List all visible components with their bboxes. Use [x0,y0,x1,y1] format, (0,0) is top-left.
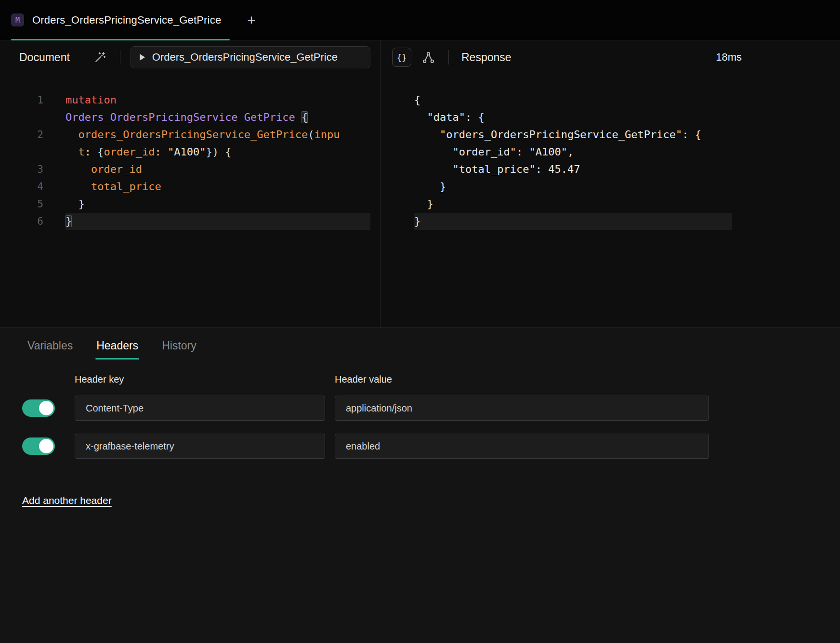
code-line[interactable]: 4 total_price [0,178,380,195]
code-line-content[interactable]: total_price [66,178,370,195]
code-token: orders_OrdersPricingService_GetPrice [79,129,308,141]
main-split: Document Orders_OrdersPricingService_Get… [0,40,840,327]
line-number: 4 [0,178,43,195]
add-header-link[interactable]: Add another header [22,495,112,506]
prettify-wand-icon[interactable] [93,51,106,64]
tab-history[interactable]: History [161,332,197,360]
line-number: 6 [0,213,43,230]
code-line-content[interactable]: Orders_OrdersPricingService_GetPrice { [66,109,370,126]
tab-orders-getprice[interactable]: M Orders_OrdersPricingService_GetPrice [11,0,230,40]
code-token: }) { [206,146,231,158]
json-view-icon[interactable]: {} [392,48,411,67]
code-token: mutation [66,94,117,106]
code-token [295,111,302,123]
code-line[interactable]: 1mutation [0,91,380,109]
code-token [66,163,91,175]
header-row [22,434,818,459]
line-number: 5 [0,195,43,213]
latency-badge: 18ms [716,51,742,64]
active-tab-underline [11,39,230,40]
code-token [66,146,79,158]
code-token: order_id [104,146,155,158]
response-body: { "data": { "orders_OrdersPricingService… [381,74,840,230]
code-token: } [66,215,72,227]
code-token: : [155,146,168,158]
header-key-input[interactable] [75,396,325,421]
code-line[interactable]: t: {order_id: "A100"}) { [0,143,380,161]
document-title: Document [19,51,70,64]
line-number: 3 [0,161,43,178]
tab-headers[interactable]: Headers [95,332,139,360]
code-token: t [79,146,85,158]
header-key-input[interactable] [75,434,325,459]
code-token: ( [308,129,314,141]
bottom-panel: VariablesHeadersHistory Header key Heade… [0,327,840,643]
play-icon [140,54,145,61]
app: M Orders_OrdersPricingService_GetPrice +… [0,0,840,643]
code-line-content[interactable]: t: {order_id: "A100"}) { [66,143,370,161]
document-header: Document Orders_OrdersPricingService_Get… [0,40,380,74]
code-token: "A100" [168,146,206,158]
header-enabled-toggle[interactable] [22,399,55,417]
response-line: "data": { [414,109,732,126]
response-line: "orders_OrdersPricingService_GetPrice": … [414,126,732,143]
code-token: inpu [315,129,340,141]
response-line: } [414,213,732,230]
schema-graph-icon[interactable] [422,51,435,64]
response-title: Response [461,51,512,64]
code-token: total_price [91,180,161,193]
new-tab-button[interactable]: + [247,13,256,27]
response-line: "total_price": 45.47 [414,161,732,178]
mutation-badge: M [11,13,24,26]
code-token: Orders_OrdersPricingService_GetPrice [66,111,295,123]
response-header: {} Response 18ms [381,40,840,74]
code-line[interactable]: 2 orders_OrdersPricingService_GetPrice(i… [0,126,380,143]
response-line: { [414,91,732,109]
line-number: 1 [0,91,43,109]
tab-bar: M Orders_OrdersPricingService_GetPrice + [0,0,840,40]
code-line[interactable]: Orders_OrdersPricingService_GetPrice { [0,109,380,126]
response-line: "order_id": "A100", [414,143,732,161]
code-line-content[interactable]: orders_OrdersPricingService_GetPrice(inp… [66,126,370,143]
line-number: 2 [0,126,43,143]
code-line[interactable]: 6} [0,213,380,230]
column-labels: Header key Header value [75,374,818,385]
code-line-content[interactable]: } [66,213,370,230]
document-editor[interactable]: 1mutationOrders_OrdersPricingService_Get… [0,74,380,230]
header-separator [448,50,449,64]
code-token: order_id [91,163,142,175]
header-key-label: Header key [75,374,335,385]
header-row [22,396,818,421]
tab-title: Orders_OrdersPricingService_GetPrice [32,14,221,26]
tab-variables[interactable]: Variables [26,332,74,360]
code-line-content[interactable]: mutation [66,91,370,109]
response-line: } [414,195,732,213]
line-number [0,109,43,126]
header-enabled-toggle[interactable] [22,437,55,455]
code-token [66,180,91,193]
code-token [66,129,79,141]
toggle-knob [39,439,53,453]
response-panel: {} Response 18ms { "data": { "orders_Ord… [381,40,840,327]
code-line-content[interactable]: order_id [66,161,370,178]
header-separator [120,50,120,64]
header-rows [22,396,818,459]
bottom-tabs: VariablesHeadersHistory [26,328,818,360]
code-line-content[interactable]: } [66,195,370,213]
code-token: } [66,198,85,210]
header-value-input[interactable] [335,396,709,421]
response-line: } [414,178,732,195]
line-number [0,143,43,161]
operation-name-label: Orders_OrdersPricingService_GetPrice [152,51,338,64]
toggle-knob [39,401,53,415]
header-value-label: Header value [335,374,392,385]
run-operation-button[interactable]: Orders_OrdersPricingService_GetPrice [131,46,370,68]
code-token: : { [85,146,104,158]
code-line[interactable]: 3 order_id [0,161,380,178]
code-token: { [302,111,308,123]
document-panel: Document Orders_OrdersPricingService_Get… [0,40,381,327]
code-line[interactable]: 5 } [0,195,380,213]
header-value-input[interactable] [335,434,709,459]
